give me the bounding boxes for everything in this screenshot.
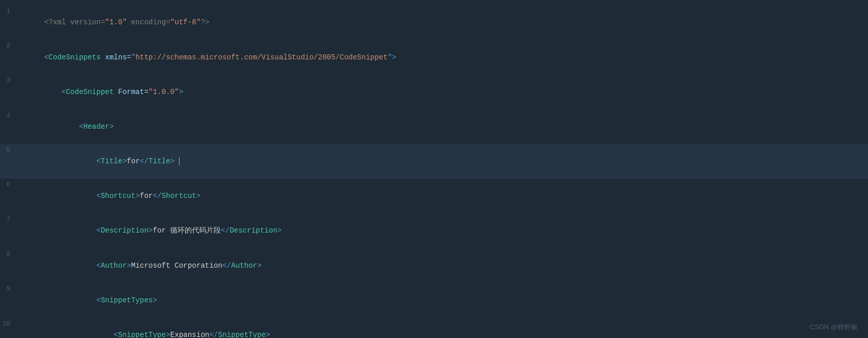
- line-content-3: <CodeSnippet Format="1.0.0">: [18, 74, 863, 109]
- line-num-5: 5: [0, 145, 18, 156]
- line-7: 7 <Description>for 循环的代码片段</Description>: [0, 213, 868, 248]
- line-9: 9 <SnippetTypes>: [0, 283, 868, 317]
- line-content-10: <SnippetType>Expansion</SnippetType>: [18, 318, 863, 338]
- line-num-6: 6: [0, 180, 18, 191]
- line-3: 3 <CodeSnippet Format="1.0.0">: [0, 74, 868, 109]
- watermark: CSDN @鲤籽鲵: [810, 322, 858, 332]
- code-editor: 1 <?xml version="1.0" encoding="utf-8"?>…: [0, 0, 868, 338]
- line-5: 5 <Title>for</Title>: [0, 144, 868, 179]
- line-num-7: 7: [0, 214, 18, 225]
- line-content-9: <SnippetTypes>: [18, 283, 863, 317]
- line-2: 2 <CodeSnippets xmlns="http://schemas.mi…: [0, 40, 868, 74]
- line-num-10: 10: [0, 319, 18, 330]
- line-num-3: 3: [0, 75, 18, 86]
- line-num-1: 1: [0, 6, 18, 17]
- line-content-4: <Header>: [18, 110, 863, 144]
- line-content-6: <Shortcut>for</Shortcut>: [18, 179, 863, 213]
- line-num-9: 9: [0, 284, 18, 295]
- line-8: 8 <Author>Microsoft Corporation</Author>: [0, 248, 868, 283]
- line-10: 10 <SnippetType>Expansion</SnippetType>: [0, 318, 868, 338]
- line-6: 6 <Shortcut>for</Shortcut>: [0, 179, 868, 213]
- line-content-5: <Title>for</Title>: [18, 144, 863, 179]
- line-num-8: 8: [0, 249, 18, 260]
- line-content-1: <?xml version="1.0" encoding="utf-8"?>: [18, 5, 863, 40]
- line-content-2: <CodeSnippets xmlns="http://schemas.micr…: [18, 40, 863, 74]
- line-content-7: <Description>for 循环的代码片段</Description>: [18, 213, 863, 248]
- line-num-2: 2: [0, 41, 18, 52]
- line-num-4: 4: [0, 111, 18, 121]
- line-4: 4 <Header>: [0, 110, 868, 144]
- line-1: 1 <?xml version="1.0" encoding="utf-8"?>: [0, 5, 868, 40]
- line-content-8: <Author>Microsoft Corporation</Author>: [18, 248, 863, 283]
